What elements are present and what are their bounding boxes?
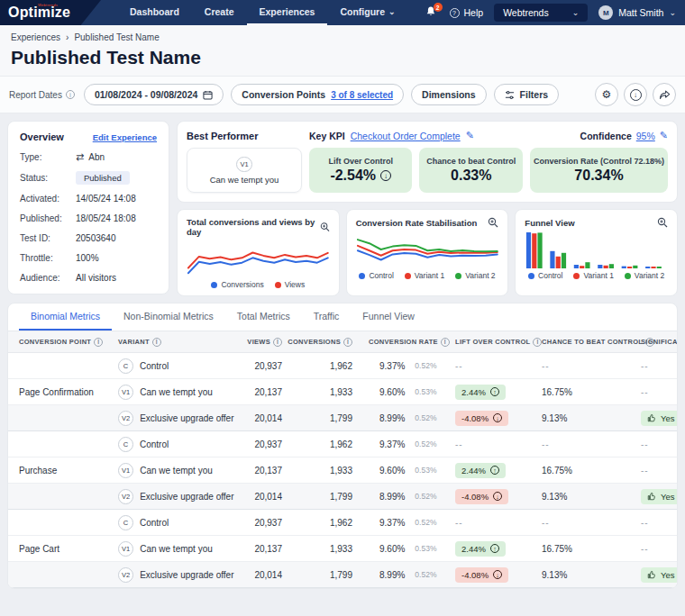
lift-over-control-card: Lift Over Control -2.54%↓ [309, 148, 412, 193]
info-icon[interactable]: i [273, 338, 282, 347]
chance-cell: 16.75% [531, 387, 630, 397]
ab-test-type-icon: ⇄ [76, 151, 84, 163]
lift-cell: 2.44% ↑ [444, 463, 531, 478]
significant-cell: Yes [630, 411, 678, 426]
download-button[interactable]: ↓ [624, 83, 647, 106]
conversion-point-cell: Page Confirmation [8, 387, 107, 397]
lift-badge: 2.44% ↑ [455, 385, 506, 400]
user-menu[interactable]: M Matt Smith ⌄ [598, 5, 676, 20]
variant-cell: V2Exclusive upgrade offer [107, 411, 235, 426]
rate-error-value: 0.53% [415, 466, 436, 475]
conversion-points-selected-link[interactable]: 3 of 8 selected [331, 90, 393, 100]
conversion-point-cell: Purchase [8, 466, 107, 476]
zoom-icon[interactable] [320, 222, 330, 232]
column-header: Conversion Ratei [358, 338, 444, 347]
significant-cell: Yes [630, 489, 678, 504]
variant-name: Can we tempt you [140, 387, 213, 397]
settings-button[interactable]: ⚙ [595, 83, 618, 106]
best-performer-name: Can we tempt you [210, 175, 279, 185]
confidence-link[interactable]: 95% [636, 131, 655, 141]
arrow-up-circle-icon: ↑ [490, 387, 499, 396]
account-selector[interactable]: Webtrends ⌄ [494, 4, 588, 22]
nav-item-dashboard[interactable]: Dashboard [117, 0, 192, 25]
column-header: Conversion Pointi [8, 338, 107, 347]
variant-name: Exclusive upgrade offer [140, 570, 233, 580]
table-row: CControl20,9371,9629.37%0.52%------ [8, 431, 677, 457]
column-header: Varianti [107, 338, 235, 347]
info-icon[interactable]: i [343, 338, 352, 347]
variant-cell: V2Exclusive upgrade offer [107, 567, 235, 583]
chance-cell: 16.75% [531, 466, 630, 476]
nav-item-experiences[interactable]: Experiences [247, 0, 328, 25]
filters-icon [505, 90, 515, 100]
variant-name: Exclusive upgrade offer [140, 413, 233, 423]
empty-value: -- [542, 361, 550, 371]
views-cell: 20,014 [235, 492, 288, 502]
thumbs-up-icon [647, 413, 656, 422]
avatar: M [598, 5, 613, 20]
stabilisation-chart-card: Conversion Rate Stabilisation Control Va… [346, 209, 509, 296]
zoom-icon[interactable] [657, 217, 668, 228]
date-range-picker[interactable]: 01/08/2024 - 09/08/2024 [84, 84, 224, 105]
views-cell: 20,937 [235, 361, 288, 371]
filters-button[interactable]: Filters [494, 84, 560, 105]
conversions-cell: 1,799 [288, 492, 358, 502]
significant-cell: Yes [630, 567, 678, 583]
report-toolbar: Report Dates i 01/08/2024 - 09/08/2024 C… [0, 76, 685, 113]
tab-non-binomial-metrics[interactable]: Non-Binomial Metrics [112, 303, 225, 331]
rate-error-value: 0.52% [415, 361, 436, 370]
tab-funnel-view[interactable]: Funnel View [351, 303, 426, 331]
nav-item-configure[interactable]: Configure⌄ [327, 0, 407, 25]
significant-cell: -- [630, 387, 678, 397]
chance-to-beat-card: Chance to beat Control 0.33% [419, 148, 522, 193]
report-dates-label: Report Dates i [9, 90, 75, 100]
notifications-bell-button[interactable]: 2 [425, 5, 439, 20]
table-row: Page CartV1Can we tempt you20,1371,9339.… [8, 536, 677, 562]
share-button[interactable] [653, 83, 676, 106]
test-id-value: 20503640 [76, 233, 116, 243]
activated-value: 14/05/24 14:08 [76, 194, 136, 204]
edit-experience-link[interactable]: Edit Experience [93, 132, 157, 142]
variant-badge: C [118, 437, 133, 452]
metrics-tabs: Binomial Metrics Non-Binomial Metrics To… [8, 303, 677, 331]
info-icon[interactable]: i [94, 338, 103, 347]
tab-total-metrics[interactable]: Total Metrics [225, 303, 302, 331]
chance-cell: 9.13% [531, 570, 630, 580]
dimensions-button[interactable]: Dimensions [411, 84, 487, 105]
empty-value: -- [542, 439, 550, 449]
status-badge: Published [76, 171, 130, 185]
help-button[interactable]: ? Help [450, 7, 484, 18]
variant-badge: V1 [236, 157, 251, 172]
overview-title: Overview [20, 131, 64, 142]
conversion-rate-cell: 9.37%0.52% [358, 361, 444, 371]
brand-logo[interactable]: Webtrends Optimize [0, 0, 101, 25]
column-header: Viewsi [235, 338, 288, 347]
empty-value: -- [455, 518, 463, 528]
arrow-up-circle-icon: ↑ [490, 466, 499, 475]
line-chart [187, 240, 330, 277]
views-cell: 20,937 [235, 518, 288, 528]
arrow-down-circle-icon: ↓ [493, 570, 502, 579]
tab-binomial-metrics[interactable]: Binomial Metrics [19, 303, 112, 331]
tab-traffic[interactable]: Traffic [302, 303, 352, 331]
conversion-rate-cell: 9.60%0.53% [358, 387, 444, 397]
chevron-down-icon: ⌄ [572, 10, 580, 15]
edit-kpi-icon[interactable]: ✎ [466, 130, 474, 141]
zoom-icon[interactable] [488, 217, 498, 228]
empty-value: -- [542, 518, 550, 528]
nav-item-create[interactable]: Create [192, 0, 247, 25]
edit-confidence-icon[interactable]: ✎ [660, 130, 668, 141]
page-title: Published Test Name [11, 47, 674, 68]
breadcrumb-experiences[interactable]: Experiences [11, 32, 60, 42]
info-icon[interactable]: i [152, 338, 161, 347]
overview-panel: Overview Edit Experience Type: ⇄Abn Stat… [7, 121, 169, 294]
key-kpi-link[interactable]: Checkout Order Complete [351, 131, 461, 141]
conversion-points-button[interactable]: Conversion Points 3 of 8 selected [231, 84, 404, 105]
info-icon[interactable]: i [66, 90, 75, 99]
variant-badge: V1 [118, 541, 133, 557]
variant-cell: V1Can we tempt you [107, 541, 235, 557]
empty-value: -- [641, 518, 649, 528]
variant-badge: C [118, 515, 133, 530]
significant-yes-badge: Yes [641, 489, 678, 504]
breadcrumb: Experiences › Published Test Name [11, 32, 674, 42]
